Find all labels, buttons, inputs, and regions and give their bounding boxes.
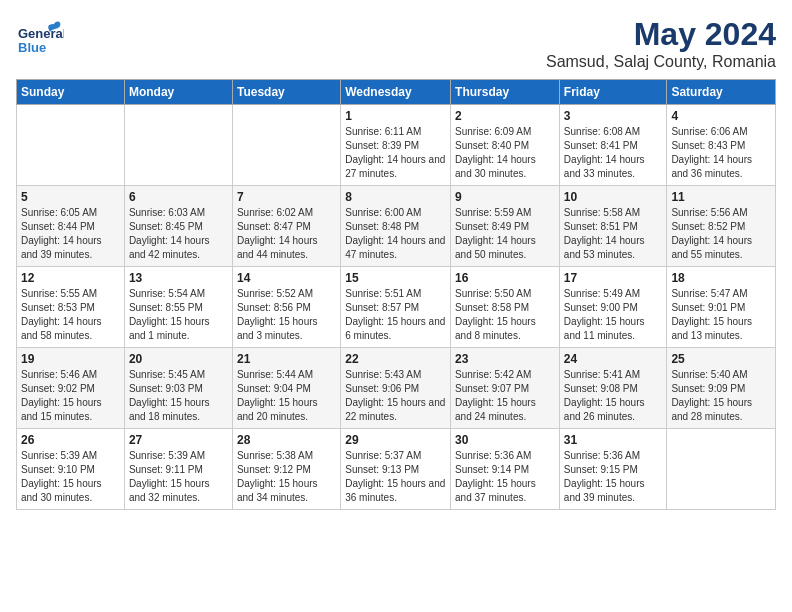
day-number: 24 (564, 352, 663, 366)
table-row: 24Sunrise: 5:41 AMSunset: 9:08 PMDayligh… (559, 348, 667, 429)
day-number: 21 (237, 352, 336, 366)
day-info: Sunrise: 5:54 AMSunset: 8:55 PMDaylight:… (129, 287, 228, 343)
table-row: 27Sunrise: 5:39 AMSunset: 9:11 PMDayligh… (124, 429, 232, 510)
day-info: Sunrise: 5:59 AMSunset: 8:49 PMDaylight:… (455, 206, 555, 262)
day-number: 28 (237, 433, 336, 447)
calendar-week-row: 1Sunrise: 6:11 AMSunset: 8:39 PMDaylight… (17, 105, 776, 186)
table-row: 6Sunrise: 6:03 AMSunset: 8:45 PMDaylight… (124, 186, 232, 267)
page-header: General Blue May 2024 Samsud, Salaj Coun… (16, 16, 776, 71)
day-number: 17 (564, 271, 663, 285)
table-row: 2Sunrise: 6:09 AMSunset: 8:40 PMDaylight… (451, 105, 560, 186)
table-row: 10Sunrise: 5:58 AMSunset: 8:51 PMDayligh… (559, 186, 667, 267)
day-number: 1 (345, 109, 446, 123)
calendar-table: Sunday Monday Tuesday Wednesday Thursday… (16, 79, 776, 510)
day-number: 7 (237, 190, 336, 204)
table-row: 29Sunrise: 5:37 AMSunset: 9:13 PMDayligh… (341, 429, 451, 510)
day-info: Sunrise: 5:52 AMSunset: 8:56 PMDaylight:… (237, 287, 336, 343)
day-info: Sunrise: 6:00 AMSunset: 8:48 PMDaylight:… (345, 206, 446, 262)
table-row: 18Sunrise: 5:47 AMSunset: 9:01 PMDayligh… (667, 267, 776, 348)
day-number: 16 (455, 271, 555, 285)
table-row: 25Sunrise: 5:40 AMSunset: 9:09 PMDayligh… (667, 348, 776, 429)
header-friday: Friday (559, 80, 667, 105)
table-row: 28Sunrise: 5:38 AMSunset: 9:12 PMDayligh… (232, 429, 340, 510)
header-sunday: Sunday (17, 80, 125, 105)
day-info: Sunrise: 6:03 AMSunset: 8:45 PMDaylight:… (129, 206, 228, 262)
day-info: Sunrise: 5:36 AMSunset: 9:14 PMDaylight:… (455, 449, 555, 505)
calendar-header-row: Sunday Monday Tuesday Wednesday Thursday… (17, 80, 776, 105)
day-info: Sunrise: 5:39 AMSunset: 9:11 PMDaylight:… (129, 449, 228, 505)
table-row: 16Sunrise: 5:50 AMSunset: 8:58 PMDayligh… (451, 267, 560, 348)
day-info: Sunrise: 5:41 AMSunset: 9:08 PMDaylight:… (564, 368, 663, 424)
day-info: Sunrise: 5:43 AMSunset: 9:06 PMDaylight:… (345, 368, 446, 424)
day-info: Sunrise: 5:50 AMSunset: 8:58 PMDaylight:… (455, 287, 555, 343)
table-row: 5Sunrise: 6:05 AMSunset: 8:44 PMDaylight… (17, 186, 125, 267)
calendar-subtitle: Samsud, Salaj County, Romania (546, 53, 776, 71)
day-number: 26 (21, 433, 120, 447)
day-info: Sunrise: 5:55 AMSunset: 8:53 PMDaylight:… (21, 287, 120, 343)
day-info: Sunrise: 5:56 AMSunset: 8:52 PMDaylight:… (671, 206, 771, 262)
day-info: Sunrise: 6:05 AMSunset: 8:44 PMDaylight:… (21, 206, 120, 262)
day-number: 31 (564, 433, 663, 447)
day-number: 30 (455, 433, 555, 447)
table-row: 1Sunrise: 6:11 AMSunset: 8:39 PMDaylight… (341, 105, 451, 186)
day-number: 23 (455, 352, 555, 366)
day-number: 5 (21, 190, 120, 204)
title-section: May 2024 Samsud, Salaj County, Romania (546, 16, 776, 71)
table-row: 20Sunrise: 5:45 AMSunset: 9:03 PMDayligh… (124, 348, 232, 429)
day-info: Sunrise: 5:51 AMSunset: 8:57 PMDaylight:… (345, 287, 446, 343)
day-number: 27 (129, 433, 228, 447)
day-info: Sunrise: 5:58 AMSunset: 8:51 PMDaylight:… (564, 206, 663, 262)
day-info: Sunrise: 6:08 AMSunset: 8:41 PMDaylight:… (564, 125, 663, 181)
table-row: 13Sunrise: 5:54 AMSunset: 8:55 PMDayligh… (124, 267, 232, 348)
calendar-week-row: 19Sunrise: 5:46 AMSunset: 9:02 PMDayligh… (17, 348, 776, 429)
day-number: 10 (564, 190, 663, 204)
day-info: Sunrise: 5:39 AMSunset: 9:10 PMDaylight:… (21, 449, 120, 505)
header-thursday: Thursday (451, 80, 560, 105)
day-info: Sunrise: 6:11 AMSunset: 8:39 PMDaylight:… (345, 125, 446, 181)
table-row: 8Sunrise: 6:00 AMSunset: 8:48 PMDaylight… (341, 186, 451, 267)
header-monday: Monday (124, 80, 232, 105)
table-row (667, 429, 776, 510)
table-row: 7Sunrise: 6:02 AMSunset: 8:47 PMDaylight… (232, 186, 340, 267)
day-number: 29 (345, 433, 446, 447)
table-row: 26Sunrise: 5:39 AMSunset: 9:10 PMDayligh… (17, 429, 125, 510)
table-row: 9Sunrise: 5:59 AMSunset: 8:49 PMDaylight… (451, 186, 560, 267)
table-row (124, 105, 232, 186)
table-row: 3Sunrise: 6:08 AMSunset: 8:41 PMDaylight… (559, 105, 667, 186)
day-number: 19 (21, 352, 120, 366)
day-info: Sunrise: 5:42 AMSunset: 9:07 PMDaylight:… (455, 368, 555, 424)
day-number: 4 (671, 109, 771, 123)
table-row: 19Sunrise: 5:46 AMSunset: 9:02 PMDayligh… (17, 348, 125, 429)
table-row (232, 105, 340, 186)
day-number: 9 (455, 190, 555, 204)
day-info: Sunrise: 5:37 AMSunset: 9:13 PMDaylight:… (345, 449, 446, 505)
calendar-week-row: 5Sunrise: 6:05 AMSunset: 8:44 PMDaylight… (17, 186, 776, 267)
table-row: 4Sunrise: 6:06 AMSunset: 8:43 PMDaylight… (667, 105, 776, 186)
day-info: Sunrise: 5:49 AMSunset: 9:00 PMDaylight:… (564, 287, 663, 343)
table-row: 11Sunrise: 5:56 AMSunset: 8:52 PMDayligh… (667, 186, 776, 267)
calendar-week-row: 12Sunrise: 5:55 AMSunset: 8:53 PMDayligh… (17, 267, 776, 348)
day-number: 11 (671, 190, 771, 204)
day-number: 13 (129, 271, 228, 285)
logo-icon: General Blue (16, 16, 64, 64)
day-number: 15 (345, 271, 446, 285)
table-row: 23Sunrise: 5:42 AMSunset: 9:07 PMDayligh… (451, 348, 560, 429)
table-row: 21Sunrise: 5:44 AMSunset: 9:04 PMDayligh… (232, 348, 340, 429)
day-number: 12 (21, 271, 120, 285)
table-row: 14Sunrise: 5:52 AMSunset: 8:56 PMDayligh… (232, 267, 340, 348)
day-info: Sunrise: 5:47 AMSunset: 9:01 PMDaylight:… (671, 287, 771, 343)
calendar-title: May 2024 (546, 16, 776, 53)
day-info: Sunrise: 6:02 AMSunset: 8:47 PMDaylight:… (237, 206, 336, 262)
day-info: Sunrise: 5:45 AMSunset: 9:03 PMDaylight:… (129, 368, 228, 424)
day-number: 14 (237, 271, 336, 285)
calendar-week-row: 26Sunrise: 5:39 AMSunset: 9:10 PMDayligh… (17, 429, 776, 510)
day-number: 3 (564, 109, 663, 123)
table-row: 22Sunrise: 5:43 AMSunset: 9:06 PMDayligh… (341, 348, 451, 429)
header-wednesday: Wednesday (341, 80, 451, 105)
header-tuesday: Tuesday (232, 80, 340, 105)
day-info: Sunrise: 5:36 AMSunset: 9:15 PMDaylight:… (564, 449, 663, 505)
day-number: 6 (129, 190, 228, 204)
day-number: 25 (671, 352, 771, 366)
day-info: Sunrise: 5:38 AMSunset: 9:12 PMDaylight:… (237, 449, 336, 505)
header-saturday: Saturday (667, 80, 776, 105)
